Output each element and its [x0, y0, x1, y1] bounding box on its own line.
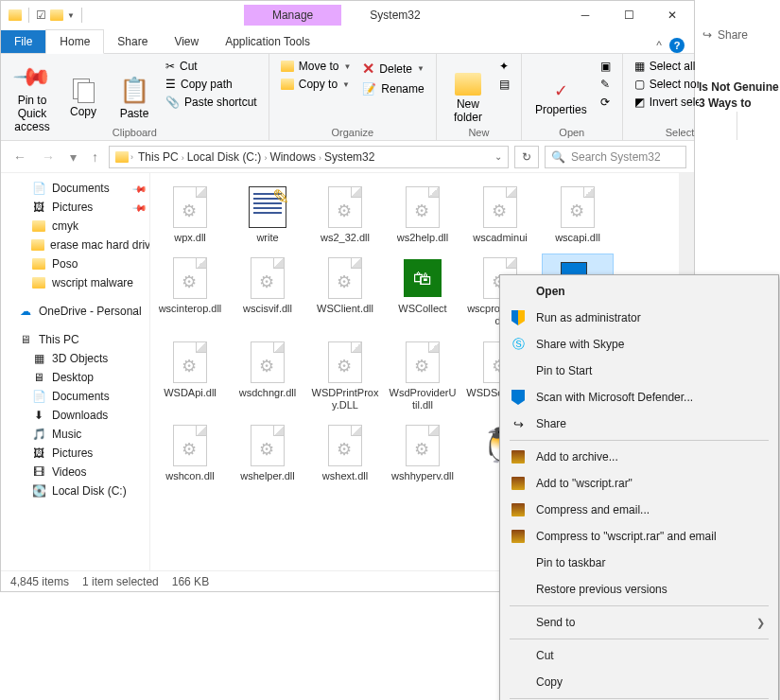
moveto-button[interactable]: Move to ▼: [277, 58, 355, 75]
ctx-item[interactable]: Copy: [502, 669, 776, 695]
file-item[interactable]: ⚙ws2help.dll: [387, 183, 459, 248]
sidebar-item[interactable]: 🖥Desktop: [1, 368, 149, 387]
ctx-item[interactable]: Open: [502, 278, 776, 305]
file-item[interactable]: 🛍WSCollect: [387, 254, 459, 331]
file-item[interactable]: ⚙wscinterop.dll: [154, 254, 226, 331]
ctx-item[interactable]: Restore previous versions: [502, 576, 776, 603]
rename-button[interactable]: 📝Rename: [358, 80, 428, 97]
search-input[interactable]: 🔍 Search System32: [545, 146, 686, 168]
tab-share[interactable]: Share: [104, 30, 161, 53]
maximize-button[interactable]: ☐: [607, 1, 650, 29]
file-item[interactable]: ⚙wshext.dll: [309, 421, 381, 486]
chevron-down-icon[interactable]: ⌄: [494, 151, 502, 162]
ctx-item[interactable]: Pin to Start: [502, 358, 776, 384]
history-button[interactable]: ⟳: [597, 94, 615, 111]
file-item[interactable]: ⚙wscadminui: [464, 183, 536, 248]
newitem-button[interactable]: ✦: [495, 58, 513, 75]
file-item[interactable]: ⚙wshcon.dll: [154, 421, 226, 486]
qat-item[interactable]: ☑: [36, 9, 46, 22]
file-item[interactable]: ✎write: [232, 183, 303, 248]
manage-tab[interactable]: Manage: [244, 5, 341, 26]
tab-home[interactable]: Home: [45, 29, 104, 54]
back-button[interactable]: ←: [9, 147, 31, 167]
file-item[interactable]: ⚙WSDApi.dll: [154, 338, 226, 415]
blank-icon: [510, 362, 527, 379]
share-button[interactable]: ↪Share: [699, 25, 780, 45]
sidebar-item[interactable]: 💽Local Disk (C:): [1, 481, 149, 500]
ribbon-chevron-icon[interactable]: ^: [656, 39, 662, 52]
easyaccess-button[interactable]: ▤: [495, 76, 513, 93]
edit-icon: ✎: [600, 78, 610, 91]
vid-icon: 🎞: [31, 465, 46, 479]
file-item[interactable]: ⚙wsdchngr.dll: [232, 338, 303, 415]
ctx-separator: [510, 639, 769, 639]
tab-view[interactable]: View: [161, 30, 212, 53]
sidebar-item[interactable]: 🎞Videos: [1, 463, 149, 481]
address-bar[interactable]: › This PC›Local Disk (C:)›Windows›System…: [109, 146, 509, 168]
sidebar-item[interactable]: ⬇Downloads: [1, 406, 149, 425]
refresh-button[interactable]: ↻: [514, 146, 539, 168]
blank-icon: [510, 581, 527, 598]
open-button[interactable]: ▣: [597, 58, 615, 75]
sidebar-item[interactable]: Poso: [1, 254, 149, 273]
qat-dropdown[interactable]: ▼: [67, 11, 75, 20]
file-item[interactable]: ⚙ws2_32.dll: [309, 183, 381, 248]
chevron-right-icon: ❯: [756, 617, 765, 629]
up-button[interactable]: ↑: [87, 147, 103, 167]
share-icon: ↪: [510, 415, 527, 432]
ctx-item[interactable]: Cut: [502, 642, 776, 669]
sidebar-onedrive[interactable]: ☁OneDrive - Personal: [1, 302, 149, 321]
sidebar-item[interactable]: 🖼Pictures: [1, 444, 149, 463]
breadcrumb-item[interactable]: Local Disk (C:): [184, 149, 265, 166]
sidebar-item[interactable]: cmyk: [1, 217, 149, 236]
ctx-item[interactable]: Compress to "wscript.rar" and email: [502, 523, 776, 550]
file-item[interactable]: ⚙wscapi.dll: [542, 183, 614, 248]
file-item[interactable]: ⚙wscisvif.dll: [232, 254, 303, 331]
open-icon: ▣: [600, 60, 611, 73]
cut-button[interactable]: ✂Cut: [162, 58, 261, 75]
recent-button[interactable]: ▾: [65, 147, 81, 167]
breadcrumb-item[interactable]: This PC: [135, 149, 182, 166]
sidebar-item[interactable]: 🖼Pictures📌: [1, 198, 149, 217]
sidebar-item[interactable]: 📄Documents📌: [1, 179, 149, 198]
ctx-item[interactable]: Add to "wscript.rar": [502, 470, 776, 497]
ctx-item[interactable]: ↪Share: [502, 411, 776, 437]
ctx-item[interactable]: Compress and email...: [502, 497, 776, 523]
copypath-button[interactable]: ☰Copy path: [162, 76, 261, 93]
file-item[interactable]: ⚙WSDPrintProxy.DLL: [309, 338, 381, 415]
forward-button[interactable]: →: [37, 147, 60, 167]
ctx-item[interactable]: Add to archive...: [502, 444, 776, 470]
delete-button[interactable]: ✕Delete ▼: [358, 58, 428, 79]
ctx-item[interactable]: ⓈShare with Skype: [502, 331, 776, 358]
blank-icon: [510, 647, 527, 664]
selectall-icon: ▦: [634, 60, 645, 73]
ctx-item[interactable]: Run as administrator: [502, 305, 776, 331]
ctx-item[interactable]: Send to❯: [502, 609, 776, 636]
pasteshortcut-button[interactable]: 📎Paste shortcut: [162, 94, 261, 111]
tab-file[interactable]: File: [1, 30, 45, 53]
ctx-item[interactable]: Pin to taskbar: [502, 550, 776, 576]
minimize-button[interactable]: ─: [563, 1, 607, 29]
file-item[interactable]: ⚙WsdProviderUtil.dll: [387, 338, 459, 415]
sidebar-item[interactable]: ▦3D Objects: [1, 349, 149, 368]
file-label: WSClient.dll: [317, 303, 373, 315]
group-label: Clipboard: [1, 127, 269, 138]
sidebar-item[interactable]: erase mac hard drive: [1, 236, 149, 254]
copyto-button[interactable]: Copy to ▼: [277, 76, 355, 93]
sidebar-thispc[interactable]: 🖥This PC: [1, 330, 149, 349]
breadcrumb-item[interactable]: Windows: [267, 149, 319, 166]
file-item[interactable]: ⚙wpx.dll: [154, 183, 226, 248]
close-button[interactable]: ✕: [650, 1, 694, 29]
file-item[interactable]: ⚙wshhyperv.dll: [387, 421, 459, 486]
sidebar-item[interactable]: wscript malware: [1, 273, 149, 292]
file-item[interactable]: ⚙wshelper.dll: [232, 421, 303, 486]
breadcrumb-item[interactable]: System32: [321, 149, 377, 166]
file-item[interactable]: ⚙WSClient.dll: [309, 254, 381, 331]
sidebar-item[interactable]: 📄Documents: [1, 387, 149, 406]
tab-apptools[interactable]: Application Tools: [212, 30, 323, 53]
address-bar-row: ← → ▾ ↑ › This PC›Local Disk (C:)›Window…: [1, 141, 694, 173]
ctx-item[interactable]: Scan with Microsoft Defender...: [502, 384, 776, 411]
edit-button[interactable]: ✎: [597, 76, 615, 93]
sidebar-item[interactable]: 🎵Music: [1, 425, 149, 444]
help-icon[interactable]: ?: [669, 38, 685, 53]
